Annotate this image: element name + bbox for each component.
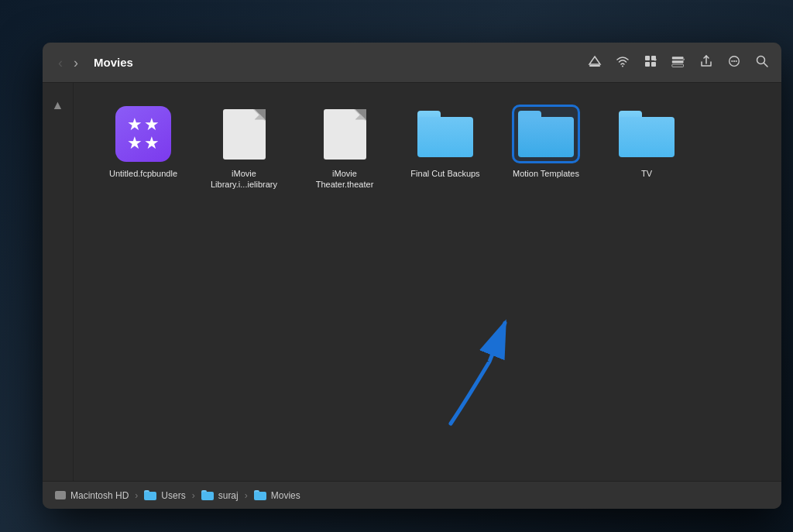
svg-point-2 — [622, 65, 623, 67]
statusbar: Macintosh HD › Users › suraj › Movies — [43, 481, 781, 509]
file-label: iMovie Library.i...ielibrary — [205, 168, 283, 190]
toolbar: ‹ › Movies — [43, 43, 781, 83]
file-label: Untitled.fcpbundle — [109, 168, 177, 179]
breadcrumb-separator: › — [135, 490, 138, 501]
svg-point-11 — [731, 60, 733, 61]
imovie-theater-icon — [317, 106, 372, 162]
breadcrumb-suraj: suraj — [201, 490, 239, 501]
breadcrumb-folder-icon — [254, 490, 266, 500]
eject-icon[interactable] — [588, 54, 602, 71]
breadcrumb-separator: › — [192, 490, 195, 501]
file-label: TV — [641, 168, 652, 179]
list-item[interactable]: iMovie Library.i...ielibrary — [205, 106, 283, 190]
file-label: Final Cut Backups — [410, 168, 479, 179]
breadcrumb-label: Users — [161, 490, 185, 501]
search-icon[interactable] — [755, 54, 769, 71]
svg-rect-3 — [645, 56, 650, 60]
svg-rect-1 — [589, 65, 600, 67]
final-cut-backups-icon — [417, 106, 473, 162]
fcp-stars: ★★ ★★ — [127, 116, 160, 152]
hdd-icon — [55, 491, 66, 499]
breadcrumb-label: Macintosh HD — [70, 490, 129, 501]
more-icon[interactable] — [727, 54, 741, 71]
back-button[interactable]: ‹ — [55, 54, 66, 71]
sidebar: ▲ — [43, 83, 74, 481]
file-label: Motion Templates — [513, 168, 579, 179]
breadcrumb-movies: Movies — [254, 490, 300, 501]
breadcrumb: Macintosh HD — [55, 490, 129, 501]
breadcrumb-separator: › — [245, 490, 248, 501]
tv-folder-icon — [619, 106, 675, 162]
view-grid-icon[interactable] — [644, 54, 657, 71]
list-item[interactable]: ★★ ★★ Untitled.fcpbundle — [105, 106, 182, 179]
breadcrumb-label: suraj — [218, 490, 239, 501]
finder-window: ‹ › Movies — [43, 43, 781, 509]
svg-point-12 — [733, 60, 735, 61]
breadcrumb-users: Users — [144, 490, 185, 501]
files-grid: ★★ ★★ Untitled.fcpbundle — [105, 106, 750, 190]
arrow-svg — [404, 292, 559, 431]
share-icon[interactable] — [699, 54, 713, 71]
nav-buttons: ‹ › — [55, 54, 81, 71]
toolbar-icons — [588, 54, 769, 71]
breadcrumb-folder-icon — [144, 490, 156, 500]
svg-rect-4 — [651, 56, 656, 60]
svg-line-15 — [764, 63, 768, 67]
svg-rect-9 — [672, 64, 684, 67]
content-area: ▲ ★★ ★★ Untitled.fcpbundle — [43, 83, 781, 481]
fcp-bundle-icon: ★★ ★★ — [115, 106, 171, 162]
forward-button[interactable]: › — [70, 54, 81, 71]
svg-rect-8 — [672, 60, 684, 63]
svg-rect-5 — [645, 62, 650, 67]
arrow-annotation — [404, 292, 559, 434]
svg-point-13 — [736, 60, 737, 61]
file-area: ★★ ★★ Untitled.fcpbundle — [74, 83, 781, 481]
wifi-icon[interactable] — [616, 54, 630, 71]
imovie-library-icon — [216, 106, 272, 162]
svg-rect-7 — [672, 57, 684, 59]
window-title: Movies — [94, 56, 133, 69]
file-label: iMovie Theater.theater — [306, 168, 383, 190]
view-columns-icon[interactable] — [671, 54, 685, 71]
list-item[interactable]: Motion Templates — [507, 106, 585, 179]
motion-templates-icon — [518, 106, 574, 162]
list-item[interactable]: TV — [608, 106, 685, 179]
list-item[interactable]: Final Cut Backups — [407, 106, 484, 179]
sidebar-eject-icon: ▲ — [52, 98, 64, 112]
breadcrumb-label: Movies — [271, 490, 300, 501]
breadcrumb-folder-icon — [201, 490, 214, 500]
svg-marker-0 — [589, 57, 600, 64]
svg-rect-6 — [651, 62, 656, 67]
list-item[interactable]: iMovie Theater.theater — [306, 106, 383, 190]
